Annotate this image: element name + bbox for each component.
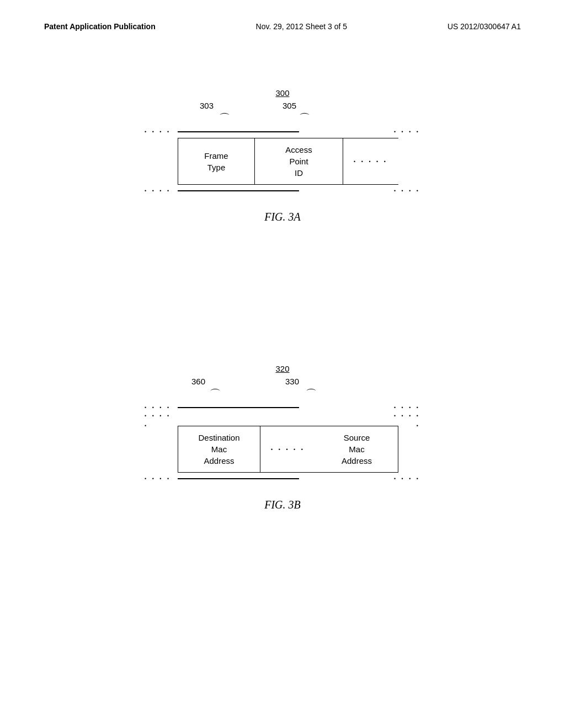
line-bottom-3b <box>178 478 299 479</box>
bottom-dots-row-3a: • • • • • • • • <box>145 185 420 197</box>
dots-right-top-3a: • • • • <box>394 129 420 135</box>
top-dots-row-3b: • • • • • • • • <box>145 402 420 414</box>
frame-type-cell: FrameType <box>178 138 255 185</box>
brace-330: ⌒ <box>306 387 317 402</box>
content-row-3a: FrameType AccessPointID • • • • • <box>145 138 420 185</box>
dots-left-bottom-3b: • • • • <box>145 476 171 481</box>
mid-dots-3b: • • • • • <box>260 426 316 473</box>
ref-300-label: 300 <box>275 88 289 98</box>
header-center: Nov. 29, 2012 Sheet 3 of 5 <box>256 22 348 31</box>
ref-320-label: 320 <box>275 364 289 373</box>
dots-right-bottom-3a: • • • • <box>394 188 420 194</box>
ref-303-label: 303 <box>200 101 214 110</box>
line-bottom-3a <box>178 190 299 191</box>
frame-type-label: FrameType <box>204 150 228 173</box>
mid-dot-seq-3b: • • • • • <box>271 447 305 452</box>
fig3a-caption: FIG. 3A <box>117 211 448 223</box>
brace-303: ⌒ <box>219 111 230 126</box>
ref-330-label: 330 <box>285 377 299 386</box>
src-mac-cell: SourceMacAddress <box>316 426 398 473</box>
header-right: US 2012/0300647 A1 <box>447 22 521 31</box>
line-top-3a <box>178 131 299 132</box>
src-mac-label: SourceMacAddress <box>342 432 372 467</box>
mid-dot-seq-3a: • • • • • <box>354 159 388 164</box>
line-top-3b <box>178 407 299 408</box>
ref-360-label: 360 <box>191 377 205 386</box>
bottom-dots-row-3b: • • • • • • • • <box>145 473 420 485</box>
content-row-3b: DestinationMacAddress • • • • • SourceMa… <box>145 426 420 473</box>
header-left: Patent Application Publication <box>44 22 156 31</box>
access-point-cell: AccessPointID <box>255 138 343 185</box>
mid-top-dots-row-3b: • • • • • • • • • • <box>145 414 420 426</box>
brace-360: ⌒ <box>210 387 221 402</box>
brace-305: ⌒ <box>299 111 310 126</box>
mid-dots-3a: • • • • • <box>343 138 398 185</box>
fig3b-section: 320 360 330 ⌒ ⌒ • • • • • • • • <box>117 364 448 511</box>
dots-left-bottom-3a: • • • • <box>145 188 171 194</box>
dest-mac-label: DestinationMacAddress <box>198 432 239 467</box>
ref-305-label: 305 <box>282 101 296 110</box>
fig3b-caption: FIG. 3B <box>117 499 448 511</box>
top-dots-row-3a: • • • • • • • • <box>145 126 420 138</box>
page-header: Patent Application Publication Nov. 29, … <box>0 22 565 31</box>
dots-right-bottom-3b: • • • • <box>394 476 420 481</box>
dots-left-top-3a: • • • • <box>145 129 171 135</box>
fig3a-section: 300 303 305 ⌒ ⌒ • • • • • • • • <box>117 88 448 223</box>
dest-mac-cell: DestinationMacAddress <box>178 426 260 473</box>
access-point-label: AccessPointID <box>285 144 312 179</box>
